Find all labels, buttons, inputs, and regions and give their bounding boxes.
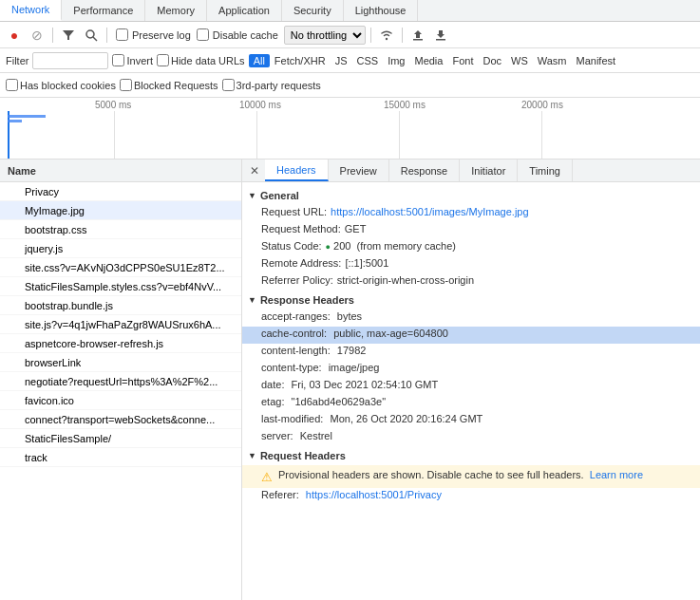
file-item-1[interactable]: MyImage.jpg (0, 201, 241, 220)
download-button[interactable] (430, 25, 451, 46)
timeline-area[interactable]: 5000 ms 10000 ms 15000 ms 20000 ms (0, 98, 700, 159)
response-headers-section-content: accept-ranges: bytes cache-control: publ… (242, 308, 700, 448)
panel-content: ▼ General Request URL: https://localhost… (242, 182, 700, 600)
filter-type-media[interactable]: Media (409, 54, 447, 67)
request-headers-section-content: ⚠ Provisional headers are shown. Disable… (242, 463, 700, 507)
file-item-10[interactable]: negotiate?requestUrl=https%3A%2F%2... (0, 372, 241, 391)
search-icon (85, 28, 98, 42)
svg-rect-5 (413, 39, 423, 41)
panel-tab-initiator[interactable]: Initiator (460, 159, 518, 181)
file-name-7: site.js?v=4q1jwFhaPaZgr8WAUSrux6hA... (25, 319, 221, 330)
filter-type-font[interactable]: Font (447, 54, 478, 67)
file-item-2[interactable]: bootstrap.css (0, 220, 241, 239)
panel-tab-headers[interactable]: Headers (265, 159, 329, 181)
response-headers-chevron-icon: ▼ (248, 295, 256, 305)
filter-type-manifest[interactable]: Manifest (572, 54, 621, 67)
filter-bar: Filter Invert Hide data URLs All Fetch/X… (0, 48, 700, 73)
search-button[interactable] (81, 25, 102, 46)
preserve-log-checkbox[interactable] (116, 28, 128, 41)
panel-tab-timing[interactable]: Timing (518, 159, 573, 181)
disable-cache-group: Disable cache (197, 28, 278, 41)
wifi-icon (379, 28, 394, 42)
throttle-select[interactable]: No throttling Fast 3G Slow 3G Offline (284, 26, 366, 45)
invert-checkbox[interactable] (112, 54, 124, 66)
filter-button[interactable] (58, 25, 79, 46)
third-party-checkbox[interactable] (222, 79, 235, 91)
stop-button[interactable]: ⊘ (27, 25, 47, 46)
file-item-8[interactable]: aspnetcore-browser-refresh.js (0, 334, 241, 353)
content-length-row: content-length: 17982 (242, 344, 700, 361)
svg-point-3 (386, 37, 388, 39)
hide-data-urls-checkbox[interactable] (157, 54, 169, 66)
filter-type-img[interactable]: Img (383, 54, 409, 67)
blocked-requests-checkbox[interactable] (120, 79, 132, 91)
wifi-icon-button[interactable] (376, 25, 397, 46)
warning-text: Provisional headers are shown. Disable c… (278, 469, 643, 480)
timeline-label-2: 10000 ms (239, 100, 281, 110)
blocked-requests-label[interactable]: Blocked Requests (134, 80, 218, 91)
general-section-header[interactable]: ▼ General (242, 188, 700, 203)
disable-cache-label[interactable]: Disable cache (213, 29, 278, 41)
request-url-value: https://localhost:5001/images/MyImage.jp… (331, 206, 529, 217)
panel-tab-response[interactable]: Response (389, 159, 461, 181)
file-list-header: Name (0, 159, 241, 182)
tab-memory[interactable]: Memory (145, 0, 207, 21)
file-item-7[interactable]: site.js?v=4q1jwFhaPaZgr8WAUSrux6hA... (0, 315, 241, 334)
request-method-key: Request Method: (261, 223, 341, 234)
learn-more-link[interactable]: Learn more (590, 469, 643, 480)
file-item-5[interactable]: StaticFilesSample.styles.css?v=ebf4NvV..… (0, 277, 241, 296)
hide-data-urls-label[interactable]: Hide data URLs (171, 55, 245, 66)
file-item-13[interactable]: StaticFilesSample/ (0, 429, 241, 448)
file-item-14[interactable]: track (0, 448, 241, 467)
filter-type-wasm[interactable]: Wasm (533, 54, 572, 67)
file-item-9[interactable]: browserLink (0, 353, 241, 372)
file-icon-1 (8, 204, 21, 217)
date-value: Fri, 03 Dec 2021 02:54:10 GMT (292, 379, 439, 390)
request-headers-section-header[interactable]: ▼ Request Headers (242, 448, 700, 463)
panel-tab-preview[interactable]: Preview (329, 159, 389, 181)
provisional-headers-warning: ⚠ Provisional headers are shown. Disable… (242, 465, 700, 488)
file-icon-8 (8, 337, 21, 350)
response-headers-section-title: Response Headers (260, 294, 354, 306)
timeline-gridline-2 (256, 111, 257, 159)
has-blocked-cookies-label[interactable]: Has blocked cookies (20, 80, 116, 91)
preserve-log-label[interactable]: Preserve log (132, 29, 191, 41)
record-button[interactable]: ● (4, 25, 25, 46)
third-party-label[interactable]: 3rd-party requests (236, 80, 321, 91)
timeline-label-4: 20000 ms (521, 100, 563, 110)
file-item-0[interactable]: Privacy (0, 182, 241, 201)
status-code-key: Status Code: (261, 240, 322, 252)
invert-label[interactable]: Invert (126, 55, 153, 66)
filter-input[interactable] (32, 52, 108, 69)
filter-type-css[interactable]: CSS (352, 54, 384, 67)
upload-button[interactable] (407, 25, 428, 46)
tab-lighthouse[interactable]: Lighthouse (344, 0, 419, 21)
filter-type-fetch-xhr[interactable]: Fetch/XHR (270, 54, 331, 67)
file-item-3[interactable]: jquery.js (0, 239, 241, 258)
panel-close-button[interactable]: ✕ (244, 160, 265, 181)
server-value: Kestrel (300, 430, 332, 441)
date-row: date: Fri, 03 Dec 2021 02:54:10 GMT (242, 378, 700, 395)
last-modified-value: Mon, 26 Oct 2020 20:16:24 GMT (330, 413, 482, 424)
file-name-8: aspnetcore-browser-refresh.js (25, 338, 163, 349)
file-item-6[interactable]: bootstrap.bundle.js (0, 296, 241, 315)
has-blocked-cookies-checkbox[interactable] (6, 79, 18, 91)
file-icon-12 (8, 413, 21, 426)
tab-performance[interactable]: Performance (62, 0, 145, 21)
panel-tabs: ✕ Headers Preview Response Initiator Tim… (242, 159, 700, 182)
file-item-4[interactable]: site.css?v=AKvNjO3dCPPS0eSU1Ez8T2... (0, 258, 241, 277)
filter-type-ws[interactable]: WS (506, 54, 533, 67)
tab-security[interactable]: Security (282, 0, 344, 21)
cache-control-value: public, max-age=604800 (333, 328, 448, 339)
filter-type-js[interactable]: JS (331, 54, 352, 67)
response-headers-section-header[interactable]: ▼ Response Headers (242, 292, 700, 308)
tab-network[interactable]: Network (0, 0, 62, 21)
disable-cache-checkbox[interactable] (197, 28, 209, 41)
filter-type-all[interactable]: All (249, 54, 270, 67)
filter-type-doc[interactable]: Doc (478, 54, 506, 67)
file-name-14: track (25, 452, 47, 463)
waterfall-bar-myimage (8, 120, 22, 122)
file-item-12[interactable]: connect?transport=webSockets&conne... (0, 410, 241, 429)
file-item-11[interactable]: favicon.ico (0, 391, 241, 410)
tab-application[interactable]: Application (207, 0, 282, 21)
